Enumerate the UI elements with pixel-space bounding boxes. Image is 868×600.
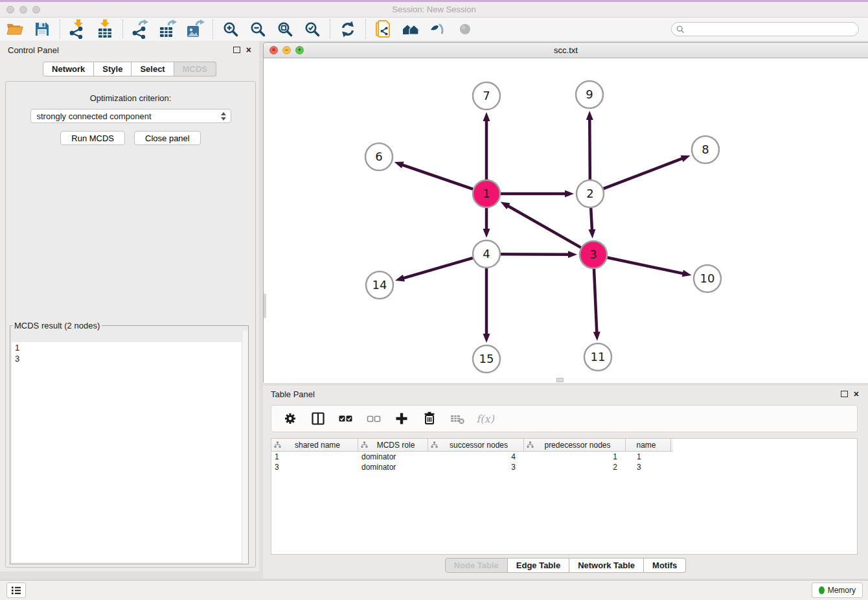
graph-edge-3-11[interactable] — [594, 269, 597, 333]
mcds-result-list[interactable]: 13 — [12, 342, 247, 562]
tab-style[interactable]: Style — [94, 62, 131, 76]
open-session-button[interactable] — [5, 19, 25, 39]
table-panel-tabs: Node TableEdge TableNetwork TableMotifs — [263, 558, 868, 573]
tab-mcds[interactable]: MCDS — [174, 62, 216, 76]
zoom-out-button[interactable] — [248, 19, 268, 39]
memory-button[interactable]: Memory — [812, 583, 863, 598]
export-table-button[interactable] — [158, 19, 177, 39]
columns-icon — [310, 410, 326, 427]
refresh-button[interactable] — [338, 19, 358, 39]
table-row[interactable]: 1dominator411 — [271, 452, 857, 462]
column-type-icon — [527, 441, 534, 448]
import-table-button[interactable] — [95, 19, 115, 39]
column-type-icon — [431, 441, 438, 448]
tab-edge-table[interactable]: Edge Table — [508, 558, 569, 573]
zoom-window-button[interactable] — [32, 6, 40, 14]
zoom-selected-button[interactable] — [303, 19, 322, 39]
run-mcds-button[interactable]: Run MCDS — [60, 131, 125, 145]
float-panel-icon[interactable] — [841, 391, 848, 397]
deselect-all-icon — [365, 410, 382, 427]
graph-edge-2-8[interactable] — [604, 158, 683, 189]
export-image-button[interactable] — [185, 19, 205, 39]
close-window-button[interactable] — [6, 6, 14, 14]
column-header-shared-name[interactable]: shared name — [271, 439, 358, 451]
column-label: shared name — [281, 441, 358, 450]
tab-network-table[interactable]: Network Table — [569, 558, 644, 573]
select-all-button[interactable] — [337, 410, 354, 427]
criterion-dropdown[interactable]: strongly connected component — [30, 109, 231, 123]
tab-node-table[interactable]: Node Table — [445, 558, 508, 573]
result-scrollbar[interactable] — [242, 330, 248, 564]
close-panel-icon[interactable]: × — [246, 45, 251, 54]
minimize-window-button[interactable] — [19, 6, 27, 14]
close-panel-icon[interactable]: × — [854, 389, 859, 398]
main-titlebar[interactable]: Session: New Session — [0, 2, 868, 17]
delete-column-button[interactable] — [421, 410, 438, 427]
show-all-button[interactable] — [455, 19, 475, 39]
tab-network[interactable]: Network — [43, 62, 94, 76]
table-panel: Table Panel × — [263, 386, 868, 579]
zoom-fit-button[interactable] — [275, 19, 295, 39]
deselect-all-button[interactable] — [365, 410, 382, 427]
column-header-successor-nodes[interactable]: successor nodes — [428, 439, 524, 451]
vertical-scrollbar-thumb[interactable] — [264, 294, 266, 318]
node-label: 4 — [483, 247, 490, 260]
refresh-icon — [339, 21, 356, 38]
zoom-in-button[interactable] — [221, 19, 240, 39]
close-panel-button[interactable]: Close panel — [134, 131, 201, 145]
search-field[interactable] — [671, 22, 859, 36]
gear-icon — [282, 410, 299, 427]
graph-edge-3-1[interactable] — [507, 205, 581, 248]
delete-table-button[interactable] — [449, 410, 466, 427]
horizontal-scrollbar-thumb[interactable] — [556, 378, 564, 382]
hide-eye-icon — [429, 21, 446, 38]
task-history-button[interactable] — [6, 583, 26, 598]
show-columns-button[interactable] — [310, 410, 326, 427]
hide-selected-button[interactable] — [428, 19, 448, 39]
edge-arrowhead — [395, 275, 405, 282]
network-window-titlebar[interactable]: × − + scc.txt — [264, 43, 868, 58]
node-label: 9 — [586, 87, 593, 101]
table-row[interactable]: 3dominator323 — [271, 462, 857, 472]
column-header-name[interactable]: name — [626, 439, 671, 451]
toolbar-separator — [330, 19, 330, 39]
column-label: name — [626, 441, 670, 450]
tab-select[interactable]: Select — [131, 62, 174, 76]
node-table[interactable]: shared nameMCDS rolesuccessor nodesprede… — [271, 438, 858, 555]
tab-motifs[interactable]: Motifs — [644, 558, 686, 573]
window-title: Session: New Session — [0, 5, 868, 14]
add-column-button[interactable] — [393, 410, 410, 427]
import-network-icon — [68, 19, 87, 39]
graph-edge-2-9[interactable] — [589, 119, 590, 179]
function-builder-button[interactable]: f(x) — [477, 410, 494, 427]
network-close-button[interactable]: × — [269, 46, 278, 54]
import-network-button[interactable] — [68, 19, 87, 39]
export-image-icon — [185, 19, 205, 39]
network-canvas[interactable]: 7968124314101511 — [264, 58, 868, 383]
control-panel-tabs: NetworkStyleSelectMCDS — [0, 62, 259, 76]
memory-label: Memory — [828, 586, 856, 595]
network-file-button[interactable] — [374, 19, 393, 39]
graph-edge-4-3[interactable] — [501, 254, 569, 255]
export-network-button[interactable] — [131, 19, 150, 39]
home-button[interactable] — [401, 19, 420, 39]
save-session-button[interactable] — [32, 19, 52, 39]
graph-edge-1-6[interactable] — [402, 165, 473, 189]
column-label: MCDS role — [368, 441, 428, 450]
node-label: 8 — [702, 143, 709, 156]
column-header-predecessor-nodes[interactable]: predecessor nodes — [524, 439, 626, 451]
column-header-mcds-role[interactable]: MCDS role — [358, 439, 428, 451]
graph-edge-4-14[interactable] — [403, 258, 473, 279]
search-input[interactable] — [687, 24, 858, 34]
network-minimize-button[interactable]: − — [282, 46, 291, 54]
edge-arrowhead — [565, 190, 574, 198]
graph-edge-3-10[interactable] — [608, 258, 684, 274]
float-panel-icon[interactable] — [233, 47, 240, 53]
graph-edge-2-3[interactable] — [591, 208, 592, 231]
mcds-panel: Optimization criterion: strongly connect… — [5, 81, 256, 568]
memory-status-icon — [819, 586, 825, 594]
table-settings-button[interactable] — [282, 410, 299, 427]
network-zoom-button[interactable]: + — [295, 46, 304, 54]
status-bar: Memory — [0, 580, 868, 600]
task-list-icon — [11, 585, 21, 595]
